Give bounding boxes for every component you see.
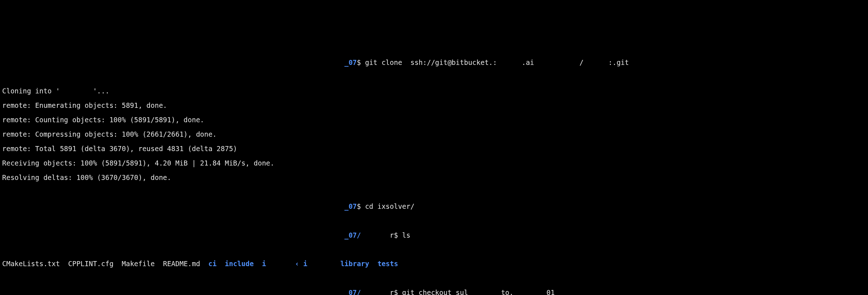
line-prompt-ls1: _07/ r$ ls <box>2 232 866 239</box>
prompt-path: _07 <box>344 58 356 66</box>
cmd-checkout: git checkout sul _to. 01 <box>402 289 555 295</box>
dir-i2: ‹ i <box>295 260 307 268</box>
dir-tests: tests <box>377 260 398 268</box>
dir-ci: ci <box>208 260 217 268</box>
dir-library: library <box>340 260 369 268</box>
line-prompt-checkout: _07/ r$ git checkout sul _to. 01 <box>2 289 866 295</box>
out-ls-repo1: CMakeLists.txt CPPLINT.cfg Makefile READ… <box>2 260 866 268</box>
cmd-clone: git clone ssh://git@bitbucket.: .ai / :.… <box>365 58 629 66</box>
out-clone-1: remote: Enumerating objects: 5891, done. <box>2 102 866 109</box>
out-clone-3: remote: Compressing objects: 100% (2661/… <box>2 131 866 138</box>
out-clone-2: remote: Counting objects: 100% (5891/589… <box>2 116 866 124</box>
out-clone-4: remote: Total 5891 (delta 3670), reused … <box>2 145 866 153</box>
out-clone-0: Cloning into ' '... <box>2 88 866 95</box>
terminal[interactable]: _07$ git clone ssh://git@bitbucket.: .ai… <box>0 36 868 295</box>
cmd-ls1: ls <box>402 231 411 239</box>
line-prompt-cd: _07$ cd ixsolver/ <box>2 203 866 210</box>
out-clone-5: Receiving objects: 100% (5891/5891), 4.2… <box>2 160 866 167</box>
dir-include: include <box>225 260 254 268</box>
cmd-cd: cd ixsolver/ <box>365 202 415 210</box>
out-clone-6: Resolving deltas: 100% (3670/3670), done… <box>2 174 866 181</box>
line-prompt-clone: _07$ git clone ssh://git@bitbucket.: .ai… <box>2 59 866 66</box>
dir-i1: i <box>262 260 266 268</box>
